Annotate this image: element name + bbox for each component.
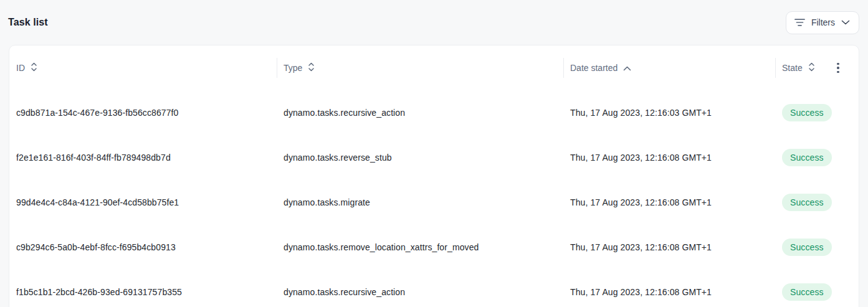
cell-type: dynamo.tasks.remove_location_xattrs_for_…	[277, 225, 563, 270]
cell-id: c9db871a-154c-467e-9136-fb56cc8677f0	[9, 90, 277, 135]
cell-date-started: Thu, 17 Aug 2023, 12:16:08 GMT+1	[563, 135, 775, 180]
table-row[interactable]: 99d4e4c4-c84a-4121-90ef-4cd58bb75fe1 dyn…	[9, 180, 859, 225]
cell-date-started: Thu, 17 Aug 2023, 12:16:08 GMT+1	[563, 180, 775, 225]
cell-id: 99d4e4c4-c84a-4121-90ef-4cd58bb75fe1	[9, 180, 277, 225]
task-table-card: ID Type Date started	[9, 45, 859, 307]
status-badge: Success	[782, 283, 832, 301]
status-badge: Success	[782, 194, 832, 211]
column-header-label: ID	[16, 63, 25, 73]
sort-ascending-icon	[623, 63, 631, 73]
cell-id: f1b5c1b1-2bcd-426b-93ed-69131757b355	[9, 270, 277, 307]
cell-type: dynamo.tasks.reverse_stub	[277, 135, 563, 180]
column-header-type[interactable]: Type	[277, 45, 563, 90]
cell-id: c9b294c6-5a0b-4ebf-8fcc-f695b4cb0913	[9, 225, 277, 270]
cell-type: dynamo.tasks.recursive_action	[277, 90, 563, 135]
page-title: Task list	[8, 17, 48, 28]
filters-button[interactable]: Filters	[786, 11, 859, 34]
status-badge: Success	[782, 239, 832, 256]
cell-state: Success	[775, 180, 859, 225]
filter-icon	[794, 18, 805, 27]
cell-type: dynamo.tasks.migrate	[277, 180, 563, 225]
chevron-down-icon	[841, 20, 850, 25]
table-header-row: ID Type Date started	[9, 45, 859, 90]
cell-state: Success	[775, 90, 859, 135]
kebab-menu-icon[interactable]	[831, 60, 845, 76]
cell-date-started: Thu, 17 Aug 2023, 12:16:03 GMT+1	[563, 90, 775, 135]
cell-type: dynamo.tasks.recursive_action	[277, 270, 563, 307]
cell-state: Success	[775, 225, 859, 270]
sort-icon	[308, 62, 315, 73]
table-row[interactable]: f1b5c1b1-2bcd-426b-93ed-69131757b355 dyn…	[9, 270, 859, 307]
cell-state: Success	[775, 270, 859, 307]
column-header-label: Type	[284, 63, 302, 73]
page-header: Task list Filters	[0, 0, 868, 45]
cell-state: Success	[775, 135, 859, 180]
column-header-id[interactable]: ID	[9, 45, 277, 90]
filters-button-label: Filters	[811, 17, 835, 27]
table-row[interactable]: c9b294c6-5a0b-4ebf-8fcc-f695b4cb0913 dyn…	[9, 225, 859, 270]
column-header-label: Date started	[570, 63, 618, 73]
sort-icon	[31, 62, 37, 73]
cell-date-started: Thu, 17 Aug 2023, 12:16:08 GMT+1	[563, 270, 775, 307]
column-header-date-started[interactable]: Date started	[563, 45, 775, 90]
cell-date-started: Thu, 17 Aug 2023, 12:16:08 GMT+1	[563, 225, 775, 270]
table-body: c9db871a-154c-467e-9136-fb56cc8677f0 dyn…	[9, 90, 859, 307]
sort-icon	[808, 62, 815, 73]
column-header-state[interactable]: State	[775, 45, 859, 90]
status-badge: Success	[782, 104, 832, 121]
table-row[interactable]: f2e1e161-816f-403f-84ff-fb789498db7d dyn…	[9, 135, 859, 180]
column-header-label: State	[782, 63, 803, 73]
table-row[interactable]: c9db871a-154c-467e-9136-fb56cc8677f0 dyn…	[9, 90, 859, 135]
cell-id: f2e1e161-816f-403f-84ff-fb789498db7d	[9, 135, 277, 180]
status-badge: Success	[782, 149, 832, 166]
